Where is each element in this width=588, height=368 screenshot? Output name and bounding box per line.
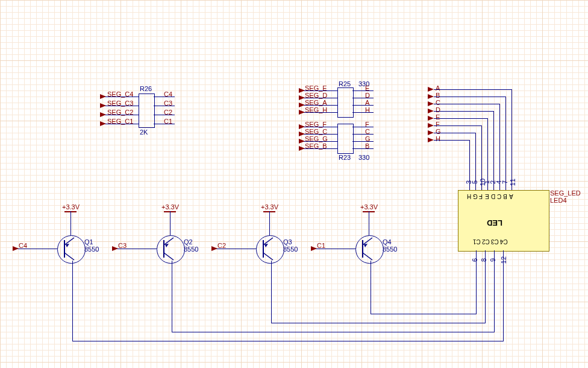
rn-left-6: SEG_G xyxy=(305,135,328,142)
svg-line-14 xyxy=(363,253,372,260)
svg-marker-15 xyxy=(364,244,367,247)
q4-supply: +3.3V xyxy=(360,203,378,211)
bp1: 8 xyxy=(480,258,487,262)
rn-right-0: E xyxy=(365,84,369,92)
svg-line-6 xyxy=(164,253,174,260)
tl3: E xyxy=(485,193,489,200)
r26-right-0: C4 xyxy=(164,90,172,98)
svg-line-5 xyxy=(164,238,174,245)
seg-B: B xyxy=(436,92,440,99)
tl7: A xyxy=(509,193,513,200)
rn-right-1: D xyxy=(365,92,370,99)
tp1: 5 xyxy=(471,180,478,184)
r26-left-1: SEG_C3 xyxy=(107,100,133,107)
led-text: LED xyxy=(487,218,502,227)
bl3: C4 xyxy=(500,238,508,245)
svg-line-13 xyxy=(363,238,372,245)
rn-left-7: SEG_B xyxy=(305,142,327,150)
tl4: D xyxy=(491,193,495,200)
bp0: 6 xyxy=(471,258,478,262)
rn-left-0: SEG_E xyxy=(305,84,327,92)
rn-left-1: SEG_D xyxy=(305,92,327,99)
q4-base: C1 xyxy=(317,242,325,249)
r26-right-2: C2 xyxy=(164,109,172,116)
svg-line-9 xyxy=(263,238,273,245)
r26-left-0: SEG_C4 xyxy=(107,90,133,98)
svg-marker-3 xyxy=(66,244,69,247)
r25-body xyxy=(337,87,354,118)
svg-line-1 xyxy=(64,238,74,245)
seg-F: F xyxy=(436,121,440,128)
rn-right-2: A xyxy=(365,99,369,106)
tl1: G xyxy=(473,193,478,200)
q1-base: C4 xyxy=(19,242,27,249)
seg-A: A xyxy=(436,84,440,92)
led-ref: SEG_LED xyxy=(550,189,581,197)
r26-left-2: SEG_C2 xyxy=(107,109,133,116)
tl2: F xyxy=(479,193,483,200)
q2-supply: +3.3V xyxy=(161,203,179,211)
q4-ref: Q4 xyxy=(383,238,392,246)
r26-right-1: C3 xyxy=(164,100,172,107)
tl0: H xyxy=(467,193,471,200)
tl5: C xyxy=(497,193,501,200)
rn-right-7: B xyxy=(365,142,369,150)
tl6: B xyxy=(503,193,507,200)
q1-supply: +3.3V xyxy=(62,203,80,211)
seg-E: E xyxy=(436,113,440,121)
r26-left-3: SEG_C1 xyxy=(107,118,133,125)
rn-left-4: SEG_F xyxy=(305,121,327,128)
q1-ref: Q1 xyxy=(84,238,93,246)
svg-line-10 xyxy=(263,253,273,260)
seg-H: H xyxy=(436,135,440,142)
tp7: 11 xyxy=(509,179,516,186)
r26-ref: R26 xyxy=(140,85,152,92)
rn-left-2: SEG_A xyxy=(305,99,327,106)
r26-right-3: C1 xyxy=(164,118,172,125)
q4-val: 8550 xyxy=(383,246,397,253)
bl2: C3 xyxy=(491,238,499,245)
q2-base: C3 xyxy=(118,242,127,249)
bl0: C1 xyxy=(473,238,481,245)
rn-right-3: H xyxy=(365,106,370,113)
seg-G: G xyxy=(436,128,441,135)
q3-val: 8550 xyxy=(283,246,298,253)
rn-right-5: C xyxy=(365,128,370,135)
bp3: 12 xyxy=(500,256,507,264)
q3-ref: Q3 xyxy=(283,238,292,246)
led-des: LED4 xyxy=(550,197,567,204)
q3-supply: +3.3V xyxy=(261,203,278,211)
svg-marker-11 xyxy=(264,244,268,247)
r26-body xyxy=(139,94,155,128)
rn-left-3: SEG_H xyxy=(305,106,327,113)
svg-marker-7 xyxy=(165,244,169,247)
r23-body xyxy=(337,124,354,154)
r25-ref: R25 xyxy=(339,80,351,87)
rn-left-5: SEG_C xyxy=(305,128,327,135)
svg-line-2 xyxy=(64,253,74,260)
r23-value2: 330 xyxy=(358,154,369,161)
bl1: C2 xyxy=(482,238,490,245)
seg-D: D xyxy=(436,106,440,113)
q1-val: 8550 xyxy=(84,246,99,253)
q2-ref: Q2 xyxy=(184,238,193,246)
q3-base: C2 xyxy=(217,242,226,249)
bp2: 9 xyxy=(489,258,496,262)
r26-value: 2K xyxy=(140,128,148,136)
seg-C: C xyxy=(436,99,440,106)
rn-right-4: F xyxy=(365,121,369,128)
q2-val: 8550 xyxy=(184,246,198,253)
tp6: 7 xyxy=(501,180,508,184)
r23-ref: R23 xyxy=(339,154,351,161)
rn-right-6: G xyxy=(365,135,371,142)
